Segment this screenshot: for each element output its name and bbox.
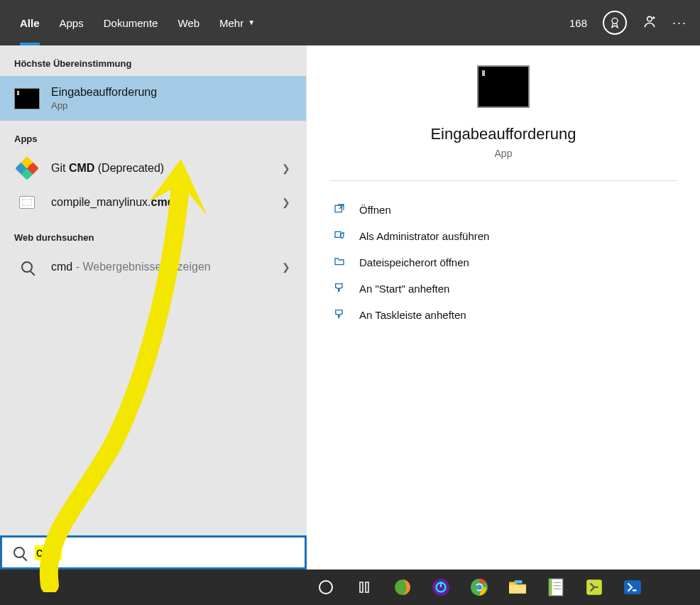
tab-documents[interactable]: Dokumente (104, 0, 158, 45)
svg-point-0 (612, 18, 618, 23)
result-app-git-cmd[interactable]: Git CMD (Deprecated) ❯ (0, 151, 306, 185)
section-best-match: Höchste Übereinstimmung (0, 45, 306, 76)
details-title: Eingabeaufforderung (430, 125, 576, 143)
taskbar-chrome[interactable] (460, 569, 498, 605)
action-pin-start[interactable]: An "Start" anheften (329, 276, 677, 302)
action-open[interactable]: Öffnen (329, 197, 677, 223)
taskbar-notepad[interactable] (537, 569, 575, 605)
git-icon (15, 156, 39, 180)
chrome-icon (470, 578, 488, 596)
section-web: Web durchsuchen (0, 219, 306, 250)
result-web-search[interactable]: cmd - Webergebnisse anzeigen ❯ (0, 250, 306, 284)
details-subtitle: App (495, 148, 513, 159)
result-title: Eingabeaufforderung (51, 86, 157, 99)
svg-rect-12 (509, 585, 526, 594)
chevron-down-icon: ▼ (248, 18, 255, 26)
svg-rect-15 (549, 579, 552, 596)
cmd-file-icon (19, 196, 35, 209)
search-icon (21, 261, 33, 273)
result-title: cmd - Webergebnisse anzeigen (51, 261, 211, 273)
taskbar-cortana[interactable] (307, 569, 345, 605)
result-title: Git CMD (Deprecated) (51, 162, 164, 175)
more-options-icon[interactable]: ··· (672, 16, 687, 31)
pin-icon (332, 282, 346, 295)
powershell-icon (623, 578, 642, 596)
app-icon (585, 578, 603, 596)
search-text: cmd (35, 545, 62, 560)
account-icon[interactable] (642, 14, 657, 32)
taskview-icon (359, 582, 369, 593)
action-open-location[interactable]: Dateispeicherort öffnen (329, 249, 677, 276)
open-icon (332, 203, 346, 217)
svg-rect-8 (440, 582, 442, 587)
action-run-admin[interactable]: Als Administrator ausführen (329, 223, 677, 249)
result-title: compile_manylinux.cmd (51, 196, 174, 209)
search-icon (13, 547, 25, 558)
svg-point-2 (653, 17, 655, 18)
taskbar-explorer[interactable] (498, 569, 537, 605)
svg-rect-3 (335, 205, 341, 212)
action-label: Dateispeicherort öffnen (359, 256, 469, 268)
cortana-icon (319, 580, 333, 594)
taskbar-firefox[interactable] (383, 569, 422, 605)
tab-web[interactable]: Web (177, 0, 199, 45)
taskbar-powershell[interactable] (613, 569, 652, 605)
rewards-points[interactable]: 168 (569, 17, 587, 29)
tab-more[interactable]: Mehr ▼ (219, 0, 255, 45)
cmd-app-icon (14, 88, 40, 109)
search-results-panel: Höchste Übereinstimmung Eingabeaufforder… (0, 45, 700, 569)
chevron-right-icon: ❯ (282, 261, 290, 273)
result-app-compile-cmd[interactable]: compile_manylinux.cmd ❯ (0, 185, 306, 219)
result-subtitle: App (51, 100, 157, 111)
search-tabs: Alle Apps Dokumente Web Mehr ▼ 168 ··· (0, 0, 700, 45)
action-label: An Taskleiste anheften (359, 309, 466, 321)
search-input[interactable]: cmd (0, 535, 307, 569)
action-label: Als Administrator ausführen (359, 230, 489, 242)
tab-more-label: Mehr (219, 17, 244, 29)
taskbar (0, 569, 700, 605)
chevron-right-icon: ❯ (282, 163, 290, 174)
cmd-app-icon-large (477, 65, 530, 108)
firefox-icon (393, 578, 412, 596)
taskbar-app-purple[interactable] (422, 569, 460, 605)
taskbar-app-green[interactable] (575, 569, 613, 605)
action-label: Öffnen (359, 204, 391, 216)
tab-all[interactable]: Alle (20, 0, 40, 45)
notepad-icon (547, 578, 564, 596)
svg-point-1 (647, 16, 652, 21)
details-pane: Eingabeaufforderung App Öffnen Als Admin… (307, 45, 700, 569)
result-best-match[interactable]: Eingabeaufforderung App (0, 76, 306, 121)
chevron-right-icon: ❯ (282, 197, 290, 208)
action-pin-taskbar[interactable]: An Taskleiste anheften (329, 302, 677, 328)
taskbar-taskview[interactable] (345, 569, 383, 605)
pin-icon (332, 308, 346, 322)
section-apps: Apps (0, 121, 306, 151)
svg-rect-4 (335, 231, 341, 237)
results-list: Höchste Übereinstimmung Eingabeaufforder… (0, 45, 307, 569)
power-icon (432, 578, 450, 596)
admin-shield-icon (332, 229, 346, 243)
tab-apps[interactable]: Apps (60, 0, 84, 45)
folder-icon (508, 579, 527, 595)
action-label: An "Start" anheften (359, 283, 449, 295)
folder-icon (332, 256, 346, 269)
svg-rect-13 (515, 580, 523, 583)
rewards-badge-icon[interactable] (603, 11, 627, 35)
